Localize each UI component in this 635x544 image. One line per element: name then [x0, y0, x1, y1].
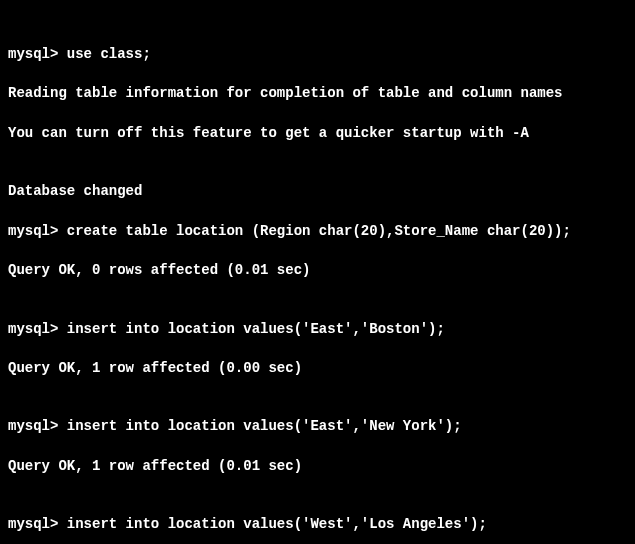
db-changed: Database changed	[8, 182, 627, 202]
prompt: mysql>	[8, 418, 67, 434]
cmd-insert-3[interactable]: insert into location values('West','Los …	[67, 516, 487, 532]
cmd-line-5: mysql> insert into location values('West…	[8, 515, 627, 535]
response-4: Query OK, 1 row affected (0.01 sec)	[8, 457, 627, 477]
cmd-use[interactable]: use class;	[67, 46, 151, 62]
response-3: Query OK, 1 row affected (0.00 sec)	[8, 359, 627, 379]
cmd-line-4: mysql> insert into location values('East…	[8, 417, 627, 437]
response-2: Query OK, 0 rows affected (0.01 sec)	[8, 261, 627, 281]
prompt: mysql>	[8, 223, 67, 239]
cmd-line-3: mysql> insert into location values('East…	[8, 320, 627, 340]
info-line-1: Reading table information for completion…	[8, 84, 627, 104]
info-line-2: You can turn off this feature to get a q…	[8, 124, 627, 144]
cmd-insert-2[interactable]: insert into location values('East','New …	[67, 418, 462, 434]
prompt: mysql>	[8, 46, 67, 62]
cmd-line-2: mysql> create table location (Region cha…	[8, 222, 627, 242]
prompt: mysql>	[8, 516, 67, 532]
cmd-line-1: mysql> use class;	[8, 45, 627, 65]
cmd-create[interactable]: create table location (Region char(20),S…	[67, 223, 571, 239]
prompt: mysql>	[8, 321, 67, 337]
cmd-insert-1[interactable]: insert into location values('East','Bost…	[67, 321, 445, 337]
